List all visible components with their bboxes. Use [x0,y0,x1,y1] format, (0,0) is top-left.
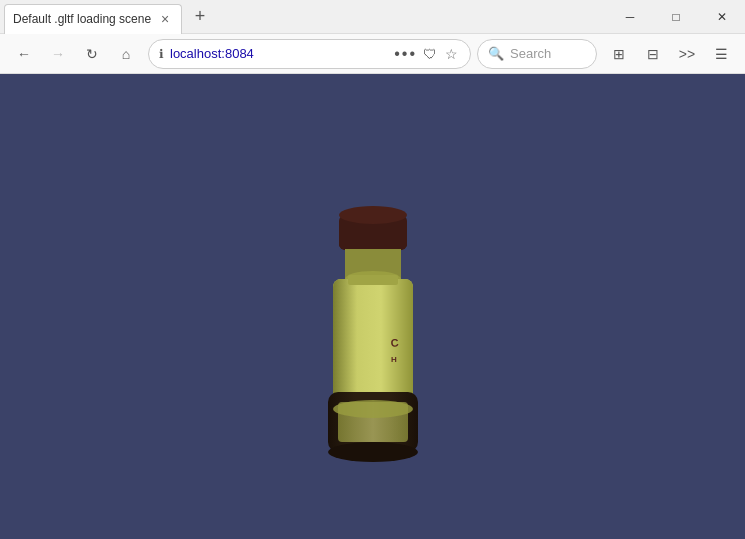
nav-bar: ← → ↻ ⌂ ℹ localhost:8084 ••• 🛡 ☆ 🔍 Searc… [0,34,745,74]
browser-tab[interactable]: Default .gltf loading scene × [4,4,182,34]
shield-icon[interactable]: 🛡 [421,44,439,64]
more-options-icon[interactable]: ••• [394,45,417,63]
close-button[interactable]: ✕ [699,0,745,34]
search-bar[interactable]: 🔍 Search [477,39,597,69]
minimize-button[interactable]: ─ [607,0,653,34]
home-button[interactable]: ⌂ [110,38,142,70]
new-tab-button[interactable]: + [186,3,214,31]
url-text: localhost:8084 [170,46,390,61]
title-bar: Default .gltf loading scene × + ─ □ ✕ [0,0,745,34]
address-bar[interactable]: ℹ localhost:8084 ••• 🛡 ☆ [148,39,471,69]
svg-point-8 [328,442,418,462]
svg-text:H: H [391,355,397,364]
bottle-svg: C H [273,137,473,477]
svg-point-12 [333,400,413,418]
address-action-icons: 🛡 ☆ [421,44,460,64]
settings-icon[interactable]: ☰ [705,38,737,70]
lock-icon: ℹ [159,47,164,61]
collections-icon[interactable]: ⊞ [603,38,635,70]
svg-rect-6 [333,279,413,409]
search-icon: 🔍 [488,46,504,61]
more-tools-icon[interactable]: >> [671,38,703,70]
svg-text:C: C [390,336,399,349]
right-nav-buttons: ⊞ ⊟ >> ☰ [603,38,737,70]
svg-rect-13 [348,275,398,285]
tab-close-button[interactable]: × [157,11,173,27]
reading-view-icon[interactable]: ⊟ [637,38,669,70]
maximize-button[interactable]: □ [653,0,699,34]
search-placeholder-text: Search [510,46,551,61]
star-icon[interactable]: ☆ [443,44,460,64]
back-button[interactable]: ← [8,38,40,70]
forward-button[interactable]: → [42,38,74,70]
tab-title: Default .gltf loading scene [13,12,151,26]
window-controls: ─ □ ✕ [607,0,745,33]
svg-point-2 [339,206,407,224]
3d-viewport[interactable]: C H [0,74,745,539]
refresh-button[interactable]: ↻ [76,38,108,70]
